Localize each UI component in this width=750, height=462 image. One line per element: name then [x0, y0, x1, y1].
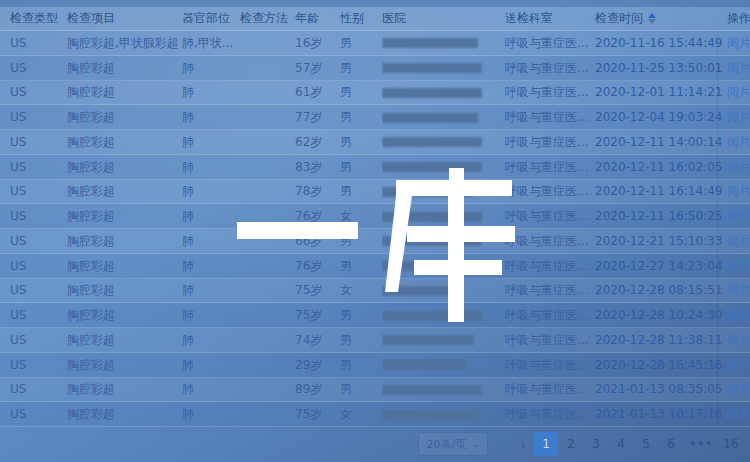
cell-gender: 男: [340, 105, 382, 129]
hospital-redacted-bar: [382, 236, 482, 246]
cell-department: 呼吸与重症医...: [505, 31, 595, 55]
page-button-1[interactable]: 1: [534, 432, 558, 456]
cell-gender: 男: [340, 254, 382, 278]
view-film-link[interactable]: 阅片: [727, 407, 750, 421]
cell-gender: 男: [340, 179, 382, 203]
hospital-redacted-bar: [382, 88, 482, 98]
table-row: US 胸腔彩超 肺 57岁 男 呼吸与重症医... 2020-11-25 13:…: [0, 56, 750, 81]
view-film-link[interactable]: 阅片: [727, 358, 750, 372]
cell-hospital: [382, 328, 505, 352]
col-header-hospital: 医院: [382, 10, 505, 27]
cell-department: 呼吸与重症医...: [505, 105, 595, 129]
hospital-redacted-bar: [382, 360, 466, 370]
hospital-redacted-bar: [382, 385, 482, 395]
table-row: US 胸腔彩超 肺 62岁 男 呼吸与重症医... 2020-12-11 14:…: [0, 130, 750, 155]
cell-department: 呼吸与重症医...: [505, 303, 595, 327]
cell-department: 呼吸与重症医...: [505, 328, 595, 352]
page-button-5[interactable]: 5: [634, 432, 658, 456]
cell-hospital: [382, 130, 505, 154]
cell-department: 呼吸与重症医...: [505, 402, 595, 426]
table-row: US 胸腔彩超 肺 75岁 女 呼吸与重症医... 2020-12-28 08:…: [0, 279, 750, 304]
cell-department: 呼吸与重症医...: [505, 353, 595, 377]
cell-age: 76岁: [295, 254, 340, 278]
cell-exam-type: US: [10, 377, 67, 401]
cell-exam-item: 胸腔彩超: [67, 254, 182, 278]
page-button-16[interactable]: 16: [719, 432, 743, 456]
view-film-link[interactable]: 阅片: [727, 333, 750, 347]
cell-hospital: [382, 377, 505, 401]
view-film-link[interactable]: 阅片: [727, 234, 750, 248]
pagination-bar: 20条/页 ⌄ ‹ 123456•••16: [418, 431, 743, 457]
cell-organ-part: 肺,甲状...: [182, 31, 240, 55]
page-buttons: 123456•••16: [534, 432, 743, 456]
prev-page-button[interactable]: ‹: [514, 437, 532, 452]
cell-age: 16岁: [295, 31, 340, 55]
cell-exam-type: US: [10, 105, 67, 129]
cell-exam-time: 2020-12-04 19:03:24: [595, 105, 727, 129]
cell-age: 57岁: [295, 56, 340, 80]
cell-organ-part: 肺: [182, 254, 240, 278]
cell-department: 呼吸与重症医...: [505, 278, 595, 302]
view-film-link[interactable]: 阅片: [727, 259, 750, 273]
cell-exam-type: US: [10, 179, 67, 203]
cell-age: 83岁: [295, 155, 340, 179]
chevron-down-icon: ⌄: [471, 440, 479, 449]
cell-age: 61岁: [295, 80, 340, 104]
cell-organ-part: 肺: [182, 377, 240, 401]
sort-caret-icon[interactable]: [648, 13, 656, 24]
cell-hospital: [382, 278, 505, 302]
page-size-select[interactable]: 20条/页 ⌄: [418, 432, 488, 456]
cell-exam-item: 胸腔彩超: [67, 155, 182, 179]
col-header-exam-time[interactable]: 检查时间: [595, 10, 727, 27]
page-button-6[interactable]: 6: [659, 432, 683, 456]
cell-exam-type: US: [10, 130, 67, 154]
view-film-link[interactable]: 阅片: [727, 110, 750, 124]
view-film-link[interactable]: 阅片: [727, 61, 750, 75]
cell-hospital: [382, 229, 505, 253]
page-ellipsis[interactable]: •••: [684, 432, 718, 456]
hospital-redacted-bar: [382, 63, 482, 73]
view-film-link[interactable]: 阅片: [727, 382, 750, 396]
cell-exam-time: 2020-11-16 15:44:49: [595, 31, 727, 55]
cell-exam-type: US: [10, 229, 67, 253]
cell-exam-item: 胸腔彩超: [67, 328, 182, 352]
cell-exam-type: US: [10, 80, 67, 104]
table-row: US 胸腔彩超 肺 61岁 男 呼吸与重症医... 2020-12-01 11:…: [0, 81, 750, 106]
col-header-actions: 操作: [727, 10, 750, 27]
cell-department: 呼吸与重症医...: [505, 229, 595, 253]
cell-exam-type: US: [10, 303, 67, 327]
cell-gender: 女: [340, 278, 382, 302]
page-button-3[interactable]: 3: [584, 432, 608, 456]
cell-hospital: [382, 31, 505, 55]
cell-exam-item: 胸腔彩超: [67, 80, 182, 104]
cell-exam-time: 2021-01-13 10:17:16: [595, 402, 727, 426]
cell-exam-time: 2020-12-28 16:45:16: [595, 353, 727, 377]
view-film-link[interactable]: 阅片: [727, 209, 750, 223]
cell-age: 77岁: [295, 105, 340, 129]
cell-exam-item: 胸腔彩超: [67, 377, 182, 401]
view-film-link[interactable]: 阅片: [727, 184, 750, 198]
view-film-link[interactable]: 阅片: [727, 135, 750, 149]
cell-hospital: [382, 353, 505, 377]
view-film-link[interactable]: 阅片: [727, 36, 750, 50]
view-film-link[interactable]: 阅片: [727, 308, 750, 322]
cell-exam-item: 胸腔彩超: [67, 204, 182, 228]
view-film-link[interactable]: 阅片: [727, 283, 750, 297]
view-film-link[interactable]: 阅片: [727, 85, 750, 99]
cell-age: 29岁: [295, 353, 340, 377]
cell-exam-type: US: [10, 31, 67, 55]
view-film-link[interactable]: 阅片: [727, 160, 750, 174]
col-header-organ-part: 器官部位: [182, 10, 240, 27]
page-button-2[interactable]: 2: [559, 432, 583, 456]
cell-exam-time: 2021-01-13 08:35:05: [595, 377, 727, 401]
cell-gender: 男: [340, 80, 382, 104]
cell-exam-item: 胸腔彩超: [67, 130, 182, 154]
col-header-department: 送检科室: [505, 10, 595, 27]
cell-age: 76岁: [295, 204, 340, 228]
cell-department: 呼吸与重症医...: [505, 130, 595, 154]
cell-hospital: [382, 179, 505, 203]
page-button-4[interactable]: 4: [609, 432, 633, 456]
cell-organ-part: 肺: [182, 278, 240, 302]
cell-exam-time: 2020-12-27 14:23:04: [595, 254, 727, 278]
cell-hospital: [382, 105, 505, 129]
